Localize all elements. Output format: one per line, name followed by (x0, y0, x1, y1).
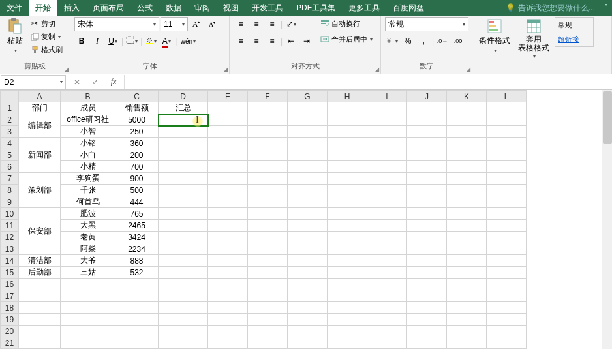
cell-E12[interactable] (208, 232, 248, 243)
paste-button[interactable]: 粘贴 ▾ (4, 17, 26, 55)
row-header-21[interactable]: 21 (1, 337, 19, 349)
cell-G15[interactable] (288, 267, 328, 279)
cell-K3[interactable] (447, 126, 487, 138)
cell-B19[interactable] (61, 314, 115, 326)
cell-L5[interactable] (487, 149, 527, 161)
cell-A4[interactable]: 新闻部 (19, 138, 61, 173)
cell-I3[interactable] (367, 126, 407, 138)
cell-K4[interactable] (447, 138, 487, 149)
cell-F12[interactable] (248, 232, 288, 243)
row-header-16[interactable]: 16 (1, 279, 19, 290)
cell-D5[interactable] (159, 149, 208, 161)
cell-F15[interactable] (248, 267, 288, 279)
cell-F18[interactable] (248, 302, 288, 314)
cell-I15[interactable] (367, 267, 407, 279)
cell-H3[interactable] (328, 126, 367, 138)
cell-H11[interactable] (328, 220, 367, 232)
row-header-4[interactable]: 4 (1, 138, 19, 149)
cell-D14[interactable] (159, 255, 208, 267)
cell-E15[interactable] (208, 267, 248, 279)
cell-K10[interactable] (447, 208, 487, 220)
row-header-12[interactable]: 12 (1, 232, 19, 243)
cell-K12[interactable] (447, 232, 487, 243)
cell-L14[interactable] (487, 255, 527, 267)
cell-F11[interactable] (248, 220, 288, 232)
cell-C8[interactable]: 500 (115, 185, 159, 196)
cell-E5[interactable] (208, 149, 248, 161)
cell-style-normal[interactable]: 常规 (555, 18, 593, 32)
increase-font-button[interactable]: A▴ (189, 17, 204, 31)
col-header-E[interactable]: E (208, 91, 248, 102)
name-box[interactable]: D2 ▾ (1, 75, 66, 89)
cell-I13[interactable] (367, 243, 407, 255)
cell-H6[interactable] (328, 161, 367, 173)
cell-H5[interactable] (328, 149, 367, 161)
cell-E6[interactable] (208, 161, 248, 173)
fill-color-button[interactable]: ▾ (144, 34, 158, 48)
tab-pdf-tools[interactable]: PDF工具集 (290, 0, 342, 16)
col-header-K[interactable]: K (447, 91, 487, 102)
col-header-G[interactable]: G (288, 91, 328, 102)
percent-button[interactable]: % (401, 34, 415, 48)
cell-J8[interactable] (407, 185, 447, 196)
cell-G16[interactable] (288, 279, 328, 290)
cell-G14[interactable] (288, 255, 328, 267)
cell-G9[interactable] (288, 196, 328, 208)
col-header-L[interactable]: L (487, 91, 527, 102)
cell-A1[interactable]: 部门 (19, 102, 61, 114)
cell-F7[interactable] (248, 173, 288, 185)
cell-J11[interactable] (407, 220, 447, 232)
align-right-button[interactable]: ≡ (265, 34, 279, 48)
cell-D21[interactable] (159, 337, 208, 349)
cell-F9[interactable] (248, 196, 288, 208)
row-header-9[interactable]: 9 (1, 196, 19, 208)
cell-F16[interactable] (248, 279, 288, 290)
cell-C5[interactable]: 200 (115, 149, 159, 161)
cell-D9[interactable] (159, 196, 208, 208)
cell-K19[interactable] (447, 314, 487, 326)
cell-I11[interactable] (367, 220, 407, 232)
cell-I4[interactable] (367, 138, 407, 149)
cell-C15[interactable]: 532 (115, 267, 159, 279)
cell-D16[interactable] (159, 279, 208, 290)
cell-E19[interactable] (208, 314, 248, 326)
cell-E10[interactable] (208, 208, 248, 220)
cell-J14[interactable] (407, 255, 447, 267)
cell-A21[interactable] (19, 337, 61, 349)
cell-J3[interactable] (407, 126, 447, 138)
cell-E1[interactable] (208, 102, 248, 114)
cell-E7[interactable] (208, 173, 248, 185)
cell-K16[interactable] (447, 279, 487, 290)
cell-G4[interactable] (288, 138, 328, 149)
cell-I7[interactable] (367, 173, 407, 185)
row-header-14[interactable]: 14 (1, 255, 19, 267)
cell-G8[interactable] (288, 185, 328, 196)
cell-H17[interactable] (328, 290, 367, 302)
cell-L15[interactable] (487, 267, 527, 279)
cell-K8[interactable] (447, 185, 487, 196)
cell-K21[interactable] (447, 337, 487, 349)
cell-G21[interactable] (288, 337, 328, 349)
cell-D13[interactable] (159, 243, 208, 255)
cell-L18[interactable] (487, 302, 527, 314)
cell-J1[interactable] (407, 102, 447, 114)
cell-G20[interactable] (288, 326, 328, 337)
cell-J19[interactable] (407, 314, 447, 326)
cell-F1[interactable] (248, 102, 288, 114)
conditional-formatting-button[interactable]: 条件格式 ▾ (476, 17, 513, 55)
formula-enter-button[interactable]: ✓ (90, 75, 100, 89)
tab-page-layout[interactable]: 页面布局 (86, 0, 130, 16)
cell-K2[interactable] (447, 114, 487, 126)
cell-I2[interactable] (367, 114, 407, 126)
cut-button[interactable]: ✂ 剪切 (29, 17, 64, 30)
col-header-C[interactable]: C (115, 91, 159, 102)
cell-C12[interactable]: 3424 (115, 232, 159, 243)
cell-I8[interactable] (367, 185, 407, 196)
cell-L2[interactable] (487, 114, 527, 126)
cell-B13[interactable]: 阿柴 (61, 243, 115, 255)
italic-button[interactable]: I (90, 34, 104, 48)
cell-L9[interactable] (487, 196, 527, 208)
cell-B20[interactable] (61, 326, 115, 337)
cell-J5[interactable] (407, 149, 447, 161)
cell-C19[interactable] (115, 314, 159, 326)
